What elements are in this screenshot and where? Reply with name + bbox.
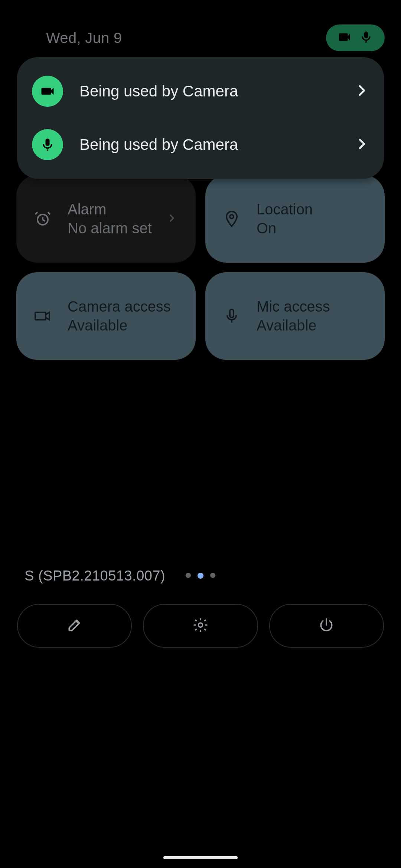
alarm-icon	[31, 207, 54, 230]
popup-label: Being used by Camera	[79, 136, 338, 154]
power-icon	[318, 617, 335, 635]
edit-icon	[66, 617, 83, 635]
tile-title: Alarm	[68, 201, 181, 218]
svg-point-3	[198, 623, 202, 627]
camera-icon	[31, 305, 54, 328]
camera-icon	[337, 30, 352, 46]
power-button[interactable]	[269, 604, 384, 648]
microphone-icon	[359, 30, 374, 46]
pager-dot-active	[198, 573, 203, 579]
pager-dots[interactable]	[186, 573, 215, 579]
microphone-icon	[32, 129, 63, 160]
popup-label: Being used by Camera	[79, 82, 338, 100]
chevron-right-icon	[166, 212, 178, 226]
privacy-indicator-pill[interactable]	[326, 24, 385, 51]
settings-button[interactable]	[143, 604, 258, 648]
chevron-right-icon	[354, 83, 369, 99]
pager-dot	[210, 573, 215, 578]
build-info-row: S (SPB2.210513.007)	[25, 566, 376, 585]
pager-dot	[186, 573, 191, 578]
status-bar: Wed, Jun 9	[0, 19, 401, 56]
edit-button[interactable]	[17, 604, 132, 648]
gear-icon	[192, 617, 209, 635]
tile-subtitle: On	[257, 220, 370, 237]
location-icon	[220, 207, 243, 230]
camera-icon	[32, 76, 63, 107]
tile-mic-access[interactable]: Mic access Available	[205, 272, 385, 360]
tile-subtitle: Available	[257, 317, 370, 334]
svg-point-1	[230, 215, 234, 218]
tile-title: Location	[257, 201, 370, 218]
footer-buttons	[17, 604, 384, 648]
tile-alarm[interactable]: Alarm No alarm set	[16, 175, 196, 263]
tile-subtitle: No alarm set	[68, 220, 181, 237]
status-date: Wed, Jun 9	[16, 30, 122, 46]
tile-camera-access[interactable]: Camera access Available	[16, 272, 196, 360]
gesture-nav-bar[interactable]	[163, 856, 238, 859]
popup-row-camera[interactable]: Being used by Camera	[32, 65, 369, 118]
microphone-icon	[220, 305, 243, 328]
svg-rect-2	[230, 309, 234, 318]
popup-row-microphone[interactable]: Being used by Camera	[32, 118, 369, 171]
chevron-right-icon	[354, 137, 369, 153]
build-label: S (SPB2.210513.007)	[25, 568, 165, 584]
tile-location[interactable]: Location On	[205, 175, 385, 263]
quick-settings-tiles: Alarm No alarm set Location On Camera ac…	[16, 175, 385, 360]
privacy-usage-popup: Being used by Camera Being used by Camer…	[17, 57, 384, 179]
tile-title: Mic access	[257, 298, 370, 315]
tile-subtitle: Available	[68, 317, 181, 334]
tile-title: Camera access	[68, 298, 181, 315]
